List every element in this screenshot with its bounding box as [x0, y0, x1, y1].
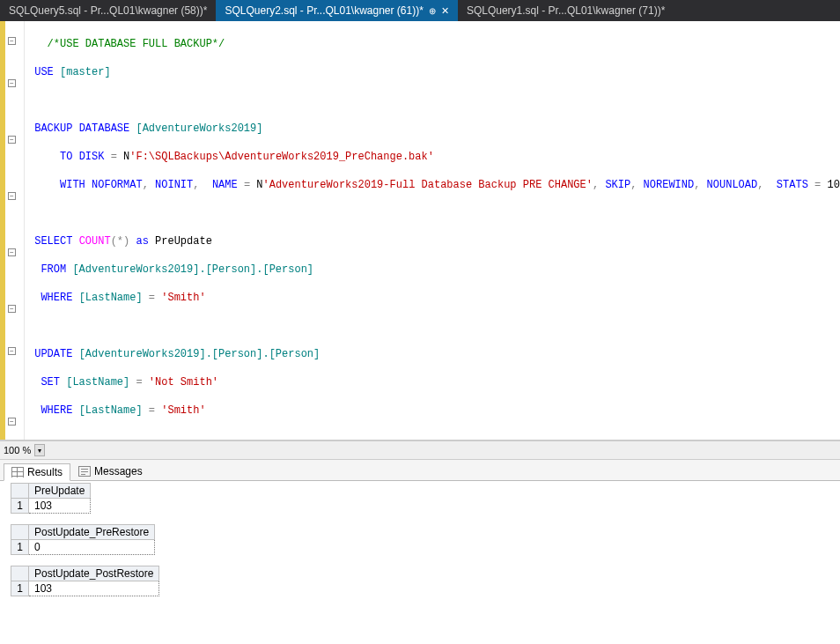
code-kw: NAME — [212, 179, 238, 191]
fold-gutter: − − − − − − − − — [5, 21, 24, 440]
code-kw: WHERE — [41, 292, 72, 304]
code-str: 'Smith' — [161, 404, 205, 417]
tab-sqlquery1[interactable]: SQLQuery1.sql - Pr...QL01\kwagner (71))* — [458, 0, 674, 21]
tab-sqlquery2[interactable]: SQLQuery2.sql - Pr...QL01\kwagner (61))*… — [216, 0, 457, 21]
code-kw: DATABASE — [79, 122, 130, 135]
code-kw: DISK — [79, 151, 105, 163]
result-grid: PreUpdate 1103 — [11, 483, 838, 514]
code-kw: TO — [60, 151, 72, 163]
document-tabbar: SQLQuery5.sql - Pr...QL01\kwagner (58))*… — [0, 0, 840, 21]
fold-toggle[interactable]: − — [8, 37, 16, 45]
tab-sqlquery5[interactable]: SQLQuery5.sql - Pr...QL01\kwagner (58))* — [0, 0, 216, 21]
grid-icon — [11, 467, 24, 477]
column-header[interactable]: PreUpdate — [29, 484, 91, 499]
pin-icon[interactable]: ⊕ — [429, 6, 436, 16]
zoom-dropdown[interactable]: ▾ — [34, 444, 45, 456]
code-ident: PreUpdate — [155, 235, 212, 248]
code-op: (*) — [111, 235, 130, 248]
grid-cell[interactable]: 103 — [29, 581, 159, 596]
fold-toggle[interactable]: − — [8, 305, 16, 313]
grid-corner[interactable] — [11, 566, 29, 581]
row-header[interactable]: 1 — [11, 540, 29, 555]
code-kw: WHERE — [41, 404, 72, 417]
column-header[interactable]: PostUpdate_PostRestore — [29, 566, 159, 581]
code-kw: NOUNLOAD — [707, 179, 758, 191]
fold-toggle[interactable]: − — [8, 418, 16, 426]
tab-label: Results — [27, 466, 63, 478]
code-str: 'Smith' — [161, 292, 205, 304]
fold-toggle[interactable]: − — [8, 79, 16, 87]
code-kw: NOFORMAT — [92, 179, 143, 191]
grid-corner[interactable] — [11, 484, 29, 499]
fold-toggle[interactable]: − — [8, 192, 16, 200]
code-kw: as — [129, 235, 155, 248]
zoom-value: 100 % — [4, 445, 31, 455]
code-ident: [LastName] — [66, 376, 129, 389]
code-str: 'AdventureWorks2019-Full Database Backup… — [263, 179, 593, 191]
code-str: 'F:\SQLBackups\AdventureWorks2019_PreCha… — [129, 151, 434, 163]
code-ident: [AdventureWorks2019].[Person].[Person] — [79, 348, 321, 360]
fold-toggle[interactable]: − — [8, 136, 16, 144]
code-kw: SET — [41, 376, 60, 389]
code-ident: [master] — [60, 66, 111, 78]
code-kw: NOREWIND — [644, 179, 695, 191]
code-fn: COUNT — [79, 235, 111, 248]
grid-cell[interactable]: 103 — [29, 499, 91, 514]
code-kw: FROM — [41, 263, 66, 276]
result-grid: PostUpdate_PostRestore 1103 — [11, 566, 838, 596]
editor-gutter: − − − − − − − − — [0, 21, 25, 440]
results-pane[interactable]: PreUpdate 1103 PostUpdate_PreRestore 10 … — [0, 481, 840, 644]
code-prefix: N — [256, 179, 262, 191]
zoom-bar: 100 % ▾ — [0, 440, 840, 460]
code-kw: SELECT — [34, 235, 72, 248]
code-op: = — [143, 404, 162, 417]
result-grid: PostUpdate_PreRestore 10 — [11, 524, 838, 555]
code-kw: NOINIT — [155, 179, 193, 191]
code-kw: UPDATE — [34, 348, 72, 360]
code-op: = — [808, 179, 828, 191]
tab-results[interactable]: Results — [4, 463, 70, 481]
code-op: = — [238, 179, 257, 191]
code-kw: BACKUP — [34, 122, 72, 135]
code-str: 'Not Smith' — [149, 376, 218, 389]
code-op: = — [104, 151, 123, 163]
code-kw: STATS — [777, 179, 808, 191]
code-kw: WITH — [60, 179, 85, 191]
code-num: 10 — [827, 179, 839, 191]
row-header[interactable]: 1 — [11, 581, 29, 596]
code-ident: [AdventureWorks2019].[Person].[Person] — [72, 263, 313, 276]
code-ident: [AdventureWorks2019] — [136, 122, 262, 135]
column-header[interactable]: PostUpdate_PreRestore — [29, 525, 155, 540]
tab-label: Messages — [94, 465, 143, 477]
code-op: = — [143, 292, 162, 304]
close-icon[interactable]: ✕ — [441, 5, 449, 17]
code-comment: /*USE DATABASE FULL BACKUP*/ — [48, 38, 225, 50]
fold-toggle[interactable]: − — [8, 248, 16, 256]
code-area[interactable]: /*USE DATABASE FULL BACKUP*/ USE [master… — [25, 21, 840, 440]
row-header[interactable]: 1 — [11, 499, 29, 514]
code-kw: USE — [34, 66, 54, 78]
messages-icon — [78, 466, 91, 477]
code-kw: SKIP — [605, 179, 630, 191]
grid-corner[interactable] — [11, 525, 29, 540]
tab-messages[interactable]: Messages — [70, 463, 151, 480]
code-ident: [LastName] — [79, 404, 143, 417]
code-ident: [LastName] — [79, 292, 143, 304]
results-tabstrip: Results Messages — [0, 460, 840, 481]
fold-toggle[interactable]: − — [8, 347, 16, 355]
code-editor[interactable]: − − − − − − − − /*USE DATABASE FULL BACK… — [0, 21, 840, 440]
grid-cell[interactable]: 0 — [29, 540, 155, 555]
code-op: = — [129, 376, 149, 389]
